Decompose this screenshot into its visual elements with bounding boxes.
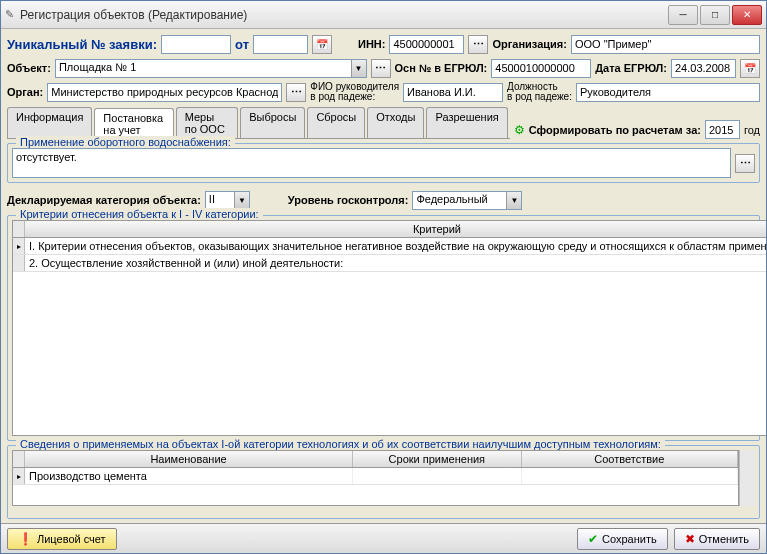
table-row[interactable]: 2. Осуществление хозяйственной и (или) и… bbox=[13, 255, 766, 272]
chevron-down-icon: ▼ bbox=[351, 60, 366, 77]
organ-lookup-button[interactable]: ⋯ bbox=[286, 83, 306, 102]
obj-lookup-button[interactable]: ⋯ bbox=[371, 59, 391, 78]
inn-input[interactable] bbox=[389, 35, 464, 54]
dolzh-label: Должность в род падеже: bbox=[507, 82, 572, 102]
inn-label: ИНН: bbox=[358, 38, 385, 50]
date-picker-button[interactable]: 📅 bbox=[312, 35, 332, 54]
inn-lookup-button[interactable]: ⋯ bbox=[468, 35, 488, 54]
obj-combo[interactable]: Площадка № 1 ▼ bbox=[55, 59, 367, 78]
date-egrul-picker-button[interactable]: 📅 bbox=[740, 59, 760, 78]
maximize-button[interactable]: □ bbox=[700, 5, 730, 25]
osn-label: Осн № в ЕГРЮЛ: bbox=[395, 62, 488, 74]
tab-4[interactable]: Сбросы bbox=[307, 107, 365, 138]
check-icon: ✔ bbox=[588, 532, 598, 546]
cancel-icon: ✖ bbox=[685, 532, 695, 546]
app-window: ✎ Регистрация объектов (Редактирование) … bbox=[0, 0, 767, 554]
dolzh-input[interactable] bbox=[576, 83, 760, 102]
close-button[interactable]: ✕ bbox=[732, 5, 762, 25]
osn-input[interactable] bbox=[491, 59, 591, 78]
invoice-button[interactable]: ❗ Лицевой счет bbox=[7, 528, 117, 550]
chevron-down-icon: ▼ bbox=[234, 192, 249, 209]
fio-input[interactable] bbox=[403, 83, 503, 102]
tech-legend: Сведения о применяемых на объектах I-ой … bbox=[16, 438, 665, 450]
cat-combo[interactable]: II ▼ bbox=[205, 191, 250, 210]
col-period: Сроки применения bbox=[353, 451, 522, 467]
footer: ❗ Лицевой счет ✔ Сохранить ✖ Отменить bbox=[1, 523, 766, 553]
calc-label: Сформировать по расчетам за: bbox=[529, 124, 701, 136]
oborot-legend: Применение оборотного водоснабжения: bbox=[16, 136, 235, 148]
criteria-fieldset: Критерии отнесения объекта к I - IV кате… bbox=[7, 215, 760, 441]
organ-label: Орган: bbox=[7, 86, 43, 98]
warning-icon: ❗ bbox=[18, 532, 33, 546]
year-input[interactable] bbox=[705, 120, 740, 139]
titlebar: ✎ Регистрация объектов (Редактирование) … bbox=[1, 1, 766, 29]
tech-grid: Наименование Сроки применения Соответств… bbox=[12, 450, 739, 506]
tabs: ИнформацияПостановка на учетМеры по ООСВ… bbox=[7, 107, 510, 139]
fio-label: ФИО руководителя в род падеже: bbox=[310, 82, 399, 102]
gear-icon: ⚙ bbox=[514, 123, 525, 137]
organ-input[interactable] bbox=[47, 83, 282, 102]
cat-label: Декларируемая категория объекта: bbox=[7, 194, 201, 206]
tab-3[interactable]: Выбросы bbox=[240, 107, 305, 138]
ot-date-input[interactable] bbox=[253, 35, 308, 54]
tab-6[interactable]: Разрешения bbox=[426, 107, 507, 138]
date-egrul-label: Дата ЕГРЮЛ: bbox=[595, 62, 667, 74]
org-label: Организация: bbox=[492, 38, 566, 50]
uniq-label: Уникальный № заявки: bbox=[7, 37, 157, 52]
level-combo[interactable]: Федеральный ▼ bbox=[412, 191, 522, 210]
scrollbar[interactable] bbox=[739, 450, 755, 506]
oborot-text[interactable] bbox=[12, 148, 731, 178]
col-match: Соответствие bbox=[522, 451, 738, 467]
ot-label: от bbox=[235, 37, 249, 52]
table-row[interactable]: ▸I. Критерии отнесения объектов, оказыва… bbox=[13, 238, 766, 255]
criteria-legend: Критерии отнесения объекта к I - IV кате… bbox=[16, 208, 263, 220]
org-input[interactable] bbox=[571, 35, 760, 54]
uniq-input[interactable] bbox=[161, 35, 231, 54]
save-button[interactable]: ✔ Сохранить bbox=[577, 528, 668, 550]
tab-2[interactable]: Меры по ООС bbox=[176, 107, 239, 138]
level-label: Уровень госконтроля: bbox=[288, 194, 409, 206]
minimize-button[interactable]: ─ bbox=[668, 5, 698, 25]
cancel-button[interactable]: ✖ Отменить bbox=[674, 528, 760, 550]
criteria-grid: Критерий Категория ▸I. Критерии отнесени… bbox=[12, 220, 766, 436]
oborot-fieldset: Применение оборотного водоснабжения: ⋯ bbox=[7, 143, 760, 183]
window-title: Регистрация объектов (Редактирование) bbox=[20, 8, 668, 22]
tab-1[interactable]: Постановка на учет bbox=[94, 108, 173, 139]
pen-icon: ✎ bbox=[5, 8, 14, 21]
oborot-lookup-button[interactable]: ⋯ bbox=[735, 154, 755, 173]
chevron-down-icon: ▼ bbox=[506, 192, 521, 209]
obj-label: Объект: bbox=[7, 62, 51, 74]
date-egrul-input[interactable] bbox=[671, 59, 736, 78]
tab-5[interactable]: Отходы bbox=[367, 107, 424, 138]
year-unit: год bbox=[744, 124, 760, 136]
col-name: Наименование bbox=[25, 451, 353, 467]
tab-0[interactable]: Информация bbox=[7, 107, 92, 138]
table-row[interactable]: ▸Производство цемента bbox=[13, 468, 738, 485]
tech-fieldset: Сведения о применяемых на объектах I-ой … bbox=[7, 445, 760, 519]
content-area: Уникальный № заявки: от 📅 ИНН: ⋯ Организ… bbox=[1, 29, 766, 523]
col-criterion: Критерий bbox=[25, 221, 766, 237]
